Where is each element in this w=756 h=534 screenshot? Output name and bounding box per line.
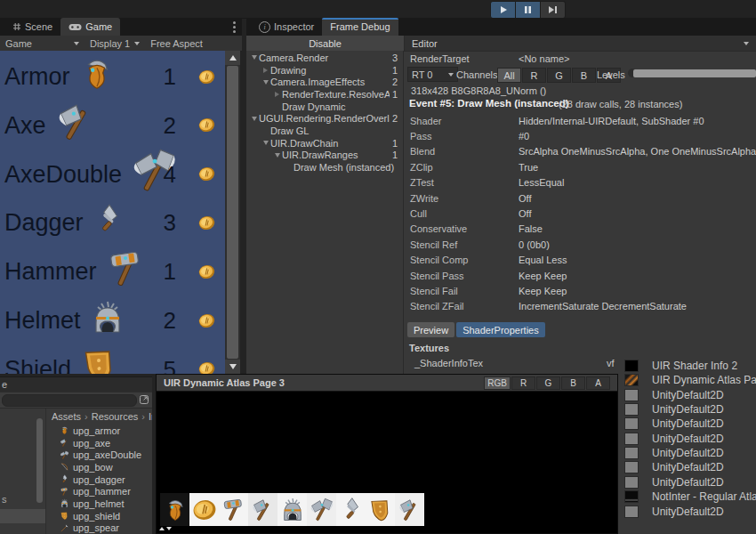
frame-event-row[interactable]: Draw Dynamic [246,101,403,113]
texture-row[interactable]: UnityDefault2D [620,505,724,519]
atlas-sprite [277,493,307,526]
frame-event-row[interactable]: UGUI.Rendering.RenderOverla2 [246,112,403,125]
texture-row[interactable]: UnityDefault2D [620,432,724,446]
play-button[interactable] [490,1,516,19]
channel-r[interactable]: R [511,376,535,390]
tree-scrollbar-thumb[interactable] [36,418,43,503]
disable-button[interactable]: Disable [246,36,405,51]
frame-event-row[interactable]: Draw GL [246,125,403,137]
tab-inspector-label: Inspector [274,21,314,32]
disable-label: Disable [309,38,342,49]
game-item-row[interactable]: Helmet2 [0,296,225,345]
game-scrollbar[interactable] [225,51,240,374]
item-qty: 1 [153,63,176,91]
texture-thumbnail [624,403,639,416]
texture-row[interactable]: UnityDefault2D [620,446,724,460]
aspect-dropdown[interactable]: Free Aspect [145,36,208,51]
pause-button[interactable] [516,1,541,19]
scrollbar-thumb[interactable] [227,66,238,359]
chevron-down-icon[interactable] [261,141,270,145]
texture-row[interactable]: UnityDefault2D [620,402,724,417]
breadcrumb-item[interactable]: Resources [92,411,139,422]
texture-row[interactable]: UnityDefault2D [620,460,724,474]
chevron-right-icon[interactable] [261,68,270,73]
project-folder-tree[interactable]: s [0,409,46,534]
frame-debug-controls: Disable Editor [246,36,756,52]
project-file-row[interactable]: upg_bow [46,461,152,473]
display-dropdown[interactable]: Display 1 [84,36,145,51]
channel-g[interactable]: G [536,376,560,390]
tab-frame-debug[interactable]: Frame Debug [322,18,398,36]
tab-game[interactable]: Game [60,18,120,36]
breadcrumb-item[interactable]: In [149,411,152,422]
project-file-row[interactable]: upg_axeDouble [46,449,152,461]
tab-shaderproperties[interactable]: ShaderProperties [456,322,545,337]
selected-folder-row[interactable] [0,509,45,523]
tab-inspector[interactable]: i Inspector [251,18,322,36]
atlas-window-header[interactable]: UIR Dynamic Atlas Page 3 RGBRGBA [157,375,617,392]
frame-event-row[interactable]: Camera.Render3 [246,52,403,64]
channel-b[interactable]: B [561,376,585,390]
project-file-row[interactable]: upg_spear [46,522,152,534]
buffer-info: 318x428 B8G8R8A8_UNorm () [411,85,546,96]
project-file-row[interactable]: upg_armor [46,425,152,437]
editor-dropdown[interactable]: Editor [405,36,756,51]
scroll-up-button[interactable] [225,51,240,65]
chevron-down-icon[interactable] [272,153,282,158]
texture-row[interactable]: UnityDefault2D [620,388,724,402]
project-file-row[interactable]: upg_hammer [46,485,152,498]
tab-scene[interactable]: Scene [4,18,60,36]
channel-g[interactable]: G [547,68,571,83]
chevron-down-icon[interactable] [249,55,259,60]
event-count: 2 [392,113,398,124]
tab-game-label: Game [85,21,112,32]
frame-event-row[interactable]: UIR.DrawChain1 [246,137,403,150]
project-file-row[interactable]: upg_shield [46,510,152,522]
channel-rgb[interactable]: RGB [484,376,511,390]
atlas-scroll-arrows[interactable] [159,527,172,530]
frame-event-row[interactable]: Camera.ImageEffects2 [246,76,403,88]
game-item-row[interactable]: Armor1 [0,53,225,101]
event-count: 1 [392,89,398,100]
texture-row[interactable]: NotInter - Regular Atlas [620,490,756,504]
frame-event-row[interactable]: Drawing1 [246,64,403,77]
texture-row[interactable]: UIR Dynamic Atlas Page [620,373,756,387]
game-item-row[interactable]: Hammer1 [0,247,225,296]
project-file-row[interactable]: upg_dagger [46,473,152,486]
project-tab-strip[interactable]: e [0,377,152,392]
step-button[interactable] [541,1,566,19]
chevron-down-icon[interactable] [249,117,259,121]
chevron-right-icon[interactable] [272,92,282,97]
game-item-row[interactable]: Dagger3 [0,198,225,247]
frame-event-row[interactable]: UIR.DrawRanges1 [246,150,403,162]
shader-prop-row: ZTestLessEqual [406,175,756,190]
game-mode-label: Game [5,38,32,49]
rt-dropdown[interactable]: RT 0 [407,67,458,82]
game-item-row[interactable]: Shield5 [0,345,225,374]
texture-name: UnityDefault2D [652,417,724,430]
channel-a[interactable]: A [586,376,610,390]
chevron-down-icon[interactable] [261,80,270,85]
game-mode-dropdown[interactable]: Game [0,36,84,51]
project-file-row[interactable]: upg_axe [46,437,152,449]
project-file-row[interactable]: upg_helmet [46,498,152,510]
channel-all[interactable]: All [497,68,521,83]
search-input[interactable] [2,394,137,407]
texture-row[interactable]: UnityDefault2D [620,417,724,431]
game-item-row[interactable]: Axe2 [0,101,225,150]
texture-name: UnityDefault2D [652,403,724,416]
frame-event-row[interactable]: Draw Mesh (instanced) [246,161,403,174]
texture-row[interactable]: UnityDefault2D [620,475,724,490]
scroll-down-button[interactable] [225,360,240,374]
prop-label: Pass [406,131,519,142]
kebab-menu-icon[interactable] [233,21,237,33]
levels-slider[interactable] [633,69,756,77]
tab-preview[interactable]: Preview [407,322,454,337]
popout-icon[interactable] [139,394,149,405]
channel-r[interactable]: R [522,68,546,83]
channel-b[interactable]: B [572,68,596,83]
frame-event-row[interactable]: RenderTexture.ResolveA1 [246,88,403,101]
texture-row[interactable]: UIR Shader Info 2 [620,359,737,373]
breadcrumb-item[interactable]: Assets [52,411,81,422]
game-item-row[interactable]: AxeDouble4 [0,150,225,199]
